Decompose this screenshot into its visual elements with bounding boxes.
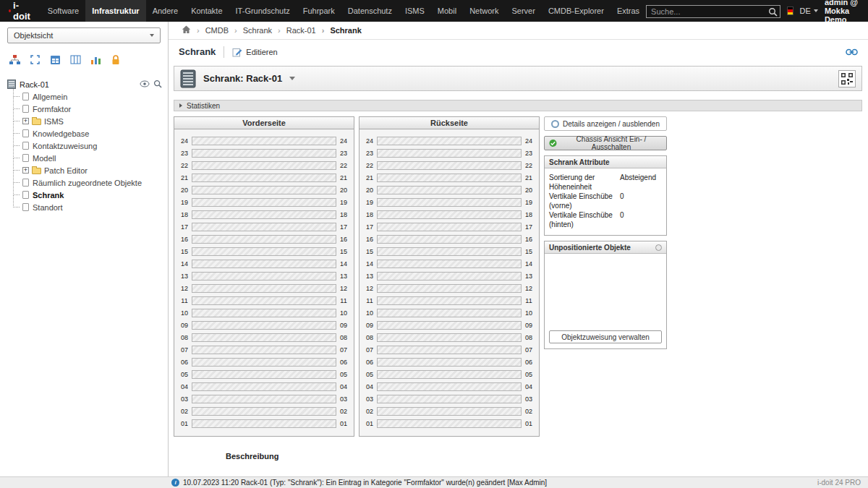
rack-back-slot-01[interactable]: 0101 (362, 417, 536, 429)
nav-item-cmdb-explorer[interactable]: CMDB-Explorer (542, 0, 610, 22)
rack-front-slot-15[interactable]: 1515 (177, 245, 351, 257)
tree-item-schrank[interactable]: Schrank (11, 189, 162, 201)
rack-back-slot-15[interactable]: 1515 (362, 245, 536, 257)
language-flag-icon[interactable] (787, 7, 793, 15)
slot-bar[interactable] (192, 296, 336, 305)
slot-bar[interactable] (377, 407, 522, 416)
statistics-toggle[interactable]: Statistiken (174, 100, 862, 111)
rack-back-slot-03[interactable]: 0303 (362, 393, 536, 405)
slot-bar[interactable] (377, 235, 522, 244)
slot-bar[interactable] (377, 395, 522, 403)
rack-back-slot-05[interactable]: 0505 (362, 368, 536, 380)
rack-front-slot-03[interactable]: 0303 (177, 393, 351, 405)
nav-item-mobil[interactable]: Mobil (431, 0, 463, 22)
slot-bar[interactable] (377, 247, 522, 256)
rack-front-slot-04[interactable]: 0404 (177, 380, 351, 393)
slot-bar[interactable] (192, 309, 336, 317)
tree-item-kontaktzuweisung[interactable]: Kontaktzuweisung (11, 140, 162, 152)
manage-assignment-button[interactable]: Objektzuweisung verwalten (549, 330, 662, 343)
slot-bar[interactable] (192, 321, 336, 330)
tree-item-standort[interactable]: Standort (11, 201, 162, 213)
breadcrumb-item-rack-01[interactable]: Rack-01 (272, 26, 316, 35)
rack-front-slot-09[interactable]: 0909 (177, 319, 351, 331)
expand-toggle-icon[interactable] (22, 167, 29, 174)
rack-front-slot-02[interactable]: 0202 (177, 405, 351, 417)
slot-bar[interactable] (192, 346, 336, 354)
slot-bar[interactable] (377, 223, 522, 231)
nav-item-kontakte[interactable]: Kontakte (184, 0, 229, 22)
rack-front-slot-14[interactable]: 1414 (177, 257, 351, 270)
rack-back-slot-07[interactable]: 0707 (362, 343, 536, 356)
slot-bar[interactable] (192, 260, 336, 268)
rack-front-slot-22[interactable]: 2222 (177, 159, 351, 171)
nav-item-infrastruktur[interactable]: Infrastruktur (85, 0, 145, 22)
nav-item-andere[interactable]: Andere (146, 0, 184, 22)
rack-back-slot-08[interactable]: 0808 (362, 331, 536, 343)
rack-front-slot-05[interactable]: 0505 (177, 368, 351, 380)
slot-bar[interactable] (377, 272, 522, 281)
tree-item-knowledgebase[interactable]: Knowledgebase (11, 127, 162, 140)
nav-item-server[interactable]: Server (505, 0, 541, 22)
rack-front-slot-07[interactable]: 0707 (177, 343, 351, 356)
slot-bar[interactable] (377, 321, 522, 330)
breadcrumb-item-schrank[interactable]: Schrank (316, 26, 362, 35)
slot-bar[interactable] (192, 149, 336, 158)
object-dropdown-icon[interactable] (289, 77, 295, 80)
slot-bar[interactable] (192, 333, 336, 342)
rack-front-slot-08[interactable]: 0808 (177, 331, 351, 343)
rack-back-slot-16[interactable]: 1616 (362, 233, 536, 245)
slot-bar[interactable] (377, 210, 522, 219)
slot-bar[interactable] (192, 161, 336, 170)
slot-bar[interactable] (192, 186, 336, 194)
rack-front-slot-06[interactable]: 0606 (177, 356, 351, 368)
expand-toggle-icon[interactable] (22, 118, 29, 124)
search-icon[interactable] (768, 7, 778, 20)
rack-front-slot-18[interactable]: 1818 (177, 208, 351, 221)
slot-bar[interactable] (377, 137, 522, 145)
slot-bar[interactable] (377, 186, 522, 194)
tree-search-icon[interactable] (153, 80, 162, 90)
slot-bar[interactable] (377, 382, 522, 391)
rack-front-slot-11[interactable]: 1111 (177, 294, 351, 307)
rack-back-slot-20[interactable]: 2020 (362, 184, 536, 196)
hierarchy-icon[interactable] (9, 54, 20, 65)
slot-bar[interactable] (192, 419, 336, 428)
tree-item-modell[interactable]: Modell (11, 152, 162, 164)
slot-bar[interactable] (192, 198, 336, 207)
slot-bar[interactable] (192, 137, 336, 145)
rack-front-slot-10[interactable]: 1010 (177, 307, 351, 319)
slot-bar[interactable] (192, 370, 336, 379)
tree-item-patch-editor[interactable]: Patch Editor (11, 164, 162, 176)
app-logo[interactable]: i-doit (9, 0, 31, 22)
slot-bar[interactable] (192, 235, 336, 244)
toggle-details-button[interactable]: Details anzeigen / ausblenden (544, 116, 667, 131)
rack-back-slot-04[interactable]: 0404 (362, 380, 536, 393)
slot-bar[interactable] (377, 174, 522, 182)
rack-front-slot-20[interactable]: 2020 (177, 184, 351, 196)
slot-bar[interactable] (377, 260, 522, 268)
slot-bar[interactable] (192, 407, 336, 416)
rack-back-slot-09[interactable]: 0909 (362, 319, 536, 331)
slot-bar[interactable] (377, 309, 522, 317)
slot-bar[interactable] (192, 174, 336, 182)
rack-front-slot-16[interactable]: 1616 (177, 233, 351, 245)
calendar-icon[interactable] (50, 54, 61, 65)
slot-bar[interactable] (377, 198, 522, 207)
rack-back-slot-02[interactable]: 0202 (362, 405, 536, 417)
slot-bar[interactable] (192, 395, 336, 403)
rack-back-slot-24[interactable]: 2424 (362, 134, 536, 147)
slot-bar[interactable] (377, 370, 522, 379)
nav-item-it-grundschutz[interactable]: IT-Grundschutz (229, 0, 297, 22)
rack-back-slot-17[interactable]: 1717 (362, 221, 536, 233)
report-icon[interactable] (70, 54, 81, 65)
slot-bar[interactable] (192, 223, 336, 231)
tree-item-räumlich-zugeordnete-objekte[interactable]: Räumlich zugeordnete Objekte (11, 176, 162, 189)
rack-back-slot-12[interactable]: 1212 (362, 282, 536, 294)
qr-code-button[interactable] (838, 70, 856, 87)
chart-icon[interactable] (90, 54, 101, 65)
expand-view-icon[interactable] (30, 54, 41, 65)
toggle-chassis-button[interactable]: Chassis Ansicht Ein- / Ausschalten (544, 136, 667, 150)
slot-bar[interactable] (192, 284, 336, 293)
rack-front-slot-12[interactable]: 1212 (177, 282, 351, 294)
lock-icon[interactable] (111, 54, 121, 65)
